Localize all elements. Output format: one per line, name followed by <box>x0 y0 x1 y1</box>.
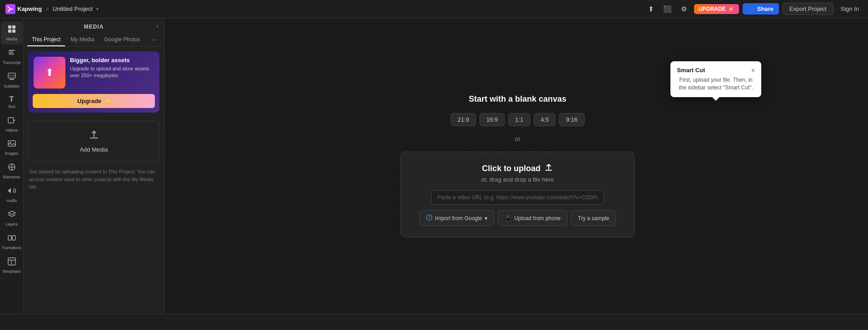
try-sample-button[interactable]: Try a sample <box>571 210 616 226</box>
blank-canvas-container: Start with a blank canvas 21:9 16:9 1:1 … <box>401 94 635 237</box>
upgrade-button[interactable]: UPGRADE ⚡ <box>694 4 739 14</box>
add-media-section[interactable]: Add Media <box>28 121 159 162</box>
url-input[interactable] <box>431 190 604 205</box>
svg-rect-11 <box>8 118 14 123</box>
media-panel: MEDIA ‹ This Project My Media Google Pho… <box>24 18 164 314</box>
transitions-icon <box>7 233 16 245</box>
panel-collapse-button[interactable]: ‹ <box>154 20 160 31</box>
media-tabs: This Project My Media Google Photos ··· <box>24 34 164 47</box>
media-hint-text: Get started by uploading content to This… <box>24 165 164 196</box>
svg-rect-5 <box>9 52 13 53</box>
sidebar-item-templates[interactable]: Templates <box>1 254 23 277</box>
sidebar-item-text[interactable]: T Text <box>1 93 23 112</box>
smart-cut-title: Smart Cut <box>677 67 705 74</box>
tab-google-photos[interactable]: Google Photos <box>99 34 144 46</box>
upload-box[interactable]: Smart Cut × First, upload your file. The… <box>401 152 635 237</box>
layers-label: Layers <box>5 222 18 227</box>
svg-rect-9 <box>9 75 11 76</box>
add-media-label: Add Media <box>79 146 108 153</box>
export-button[interactable]: Export Project <box>783 3 833 15</box>
svg-rect-0 <box>8 25 11 29</box>
upgrade-card-title: Bigger, bolder assets <box>70 57 154 64</box>
aspect-ratio-1-1[interactable]: 1:1 <box>508 113 530 126</box>
templates-label: Templates <box>2 270 21 274</box>
sidebar-item-images[interactable]: Images <box>1 136 23 159</box>
canvas-area: Start with a blank canvas 21:9 16:9 1:1 … <box>167 18 868 314</box>
tab-my-media[interactable]: My Media <box>66 34 99 46</box>
sidebar-item-transitions[interactable]: Transitions <box>1 231 23 253</box>
media-panel-header: MEDIA ‹ <box>24 18 164 34</box>
templates-icon <box>7 257 16 268</box>
project-name[interactable]: Untitled Project <box>53 5 93 12</box>
upload-title-text: Click to upload <box>482 164 541 173</box>
text-label: Text <box>8 105 15 109</box>
upgrade-lightning-icon: ⚡ <box>728 6 734 12</box>
sidebar-item-videos[interactable]: Videos <box>1 113 23 136</box>
images-icon <box>7 139 16 150</box>
preview-icon-btn[interactable]: ⬛ <box>661 3 674 15</box>
audio-icon <box>7 186 16 197</box>
upgrade-text: Bigger, bolder assets Upgrade to upload … <box>70 57 154 79</box>
sidebar-item-layers[interactable]: Layers <box>1 207 23 230</box>
upgrade-card-description: Upgrade to upload and store assets over … <box>70 65 154 79</box>
media-label: Media <box>6 37 17 42</box>
svg-marker-18 <box>8 211 15 215</box>
aspect-ratio-16-9[interactable]: 16:9 <box>480 113 505 126</box>
start-label: Start with a blank canvas <box>469 94 566 104</box>
import-google-button[interactable]: Import from Google ▾ <box>419 210 494 226</box>
smart-cut-close-button[interactable]: × <box>751 67 755 74</box>
svg-rect-2 <box>8 30 11 33</box>
svg-rect-8 <box>10 79 14 80</box>
upgrade-card-inner: ⬆ Bigger, bolder assets Upgrade to uploa… <box>28 51 159 94</box>
svg-marker-12 <box>14 119 15 121</box>
transcript-icon <box>7 48 16 59</box>
aspect-ratio-9-16[interactable]: 9:16 <box>559 113 584 126</box>
share-user-icon: 👤 <box>748 5 755 12</box>
upload-box-title: Click to upload <box>419 163 616 174</box>
aspect-ratio-4-5[interactable]: 4:5 <box>534 113 556 126</box>
smart-cut-body: First, upload your file. Then, in the si… <box>677 76 755 92</box>
svg-rect-1 <box>12 25 15 29</box>
google-icon <box>426 214 432 222</box>
elements-label: Elements <box>3 175 20 180</box>
svg-rect-10 <box>12 75 15 76</box>
settings-icon-btn[interactable]: ⚙ <box>678 3 690 15</box>
svg-rect-3 <box>12 30 15 33</box>
videos-label: Videos <box>5 128 18 133</box>
import-google-label: Import from Google <box>435 215 482 222</box>
sidebar-item-elements[interactable]: Elements <box>1 160 23 182</box>
project-dropdown-icon[interactable]: ▾ <box>96 6 99 11</box>
upload-arrow-icon: ⬆ <box>45 67 54 79</box>
sidebar-item-media[interactable]: Media <box>1 22 23 44</box>
signin-button[interactable]: Sign In <box>837 4 863 14</box>
svg-rect-19 <box>8 236 11 240</box>
sidebar-item-audio[interactable]: Audio <box>1 183 23 206</box>
upload-phone-button[interactable]: 📱 Upload from phone <box>498 210 567 226</box>
images-label: Images <box>5 152 19 156</box>
upload-icon-btn[interactable]: ⬆ <box>645 3 658 15</box>
svg-rect-20 <box>12 236 15 240</box>
subtitles-icon <box>7 72 16 83</box>
upgrade-thumbnail: ⬆ <box>34 57 65 89</box>
subtitles-label: Subtitles <box>4 84 20 89</box>
tabs-more-button[interactable]: ··· <box>149 35 160 45</box>
transcript-label: Transcript <box>3 61 21 65</box>
tab-this-project[interactable]: This Project <box>27 34 65 46</box>
sidebar-item-subtitles[interactable]: Subtitles <box>1 69 23 92</box>
aspect-ratio-21-9[interactable]: 21:9 <box>451 113 476 126</box>
upload-title-icon <box>544 163 553 174</box>
topbar-actions: ⬆ ⬛ ⚙ UPGRADE ⚡ 👤 Share Export Project S… <box>645 3 863 15</box>
bottom-bar <box>0 314 868 330</box>
upload-phone-label: Upload from phone <box>514 215 560 222</box>
elements-icon <box>7 163 16 174</box>
upgrade-card-button[interactable]: Upgrade ✨ <box>33 94 155 108</box>
media-panel-title: MEDIA <box>84 24 104 30</box>
breadcrumb-separator: > <box>45 5 49 12</box>
smart-cut-arrow <box>712 97 719 101</box>
media-icon <box>7 25 16 36</box>
sidebar-item-transcript[interactable]: Transcript <box>1 45 23 68</box>
share-button[interactable]: 👤 Share <box>743 3 779 15</box>
text-icon: T <box>10 95 14 103</box>
or-label: or <box>515 135 520 143</box>
main-layout: Media Transcript Subtitles <box>0 18 868 314</box>
